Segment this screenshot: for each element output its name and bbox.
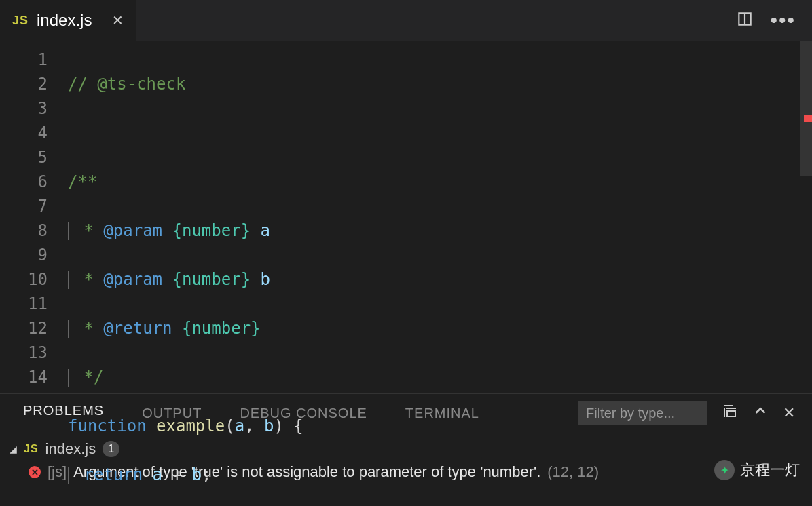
editor-tab-indexjs[interactable]: JS index.js ✕ <box>0 0 136 41</box>
line-number: 8 <box>0 218 68 243</box>
line-number: 11 <box>0 292 68 316</box>
error-icon: ✕ <box>29 466 41 478</box>
line-number: 5 <box>0 145 68 170</box>
code-editor[interactable]: 1 2 3 4 5 6 7 8 9 10 11 12 13 14 // @ts-… <box>0 41 812 393</box>
code-line: /** <box>68 172 97 191</box>
line-number: 1 <box>0 47 68 72</box>
ruler-error-marker[interactable] <box>804 115 812 122</box>
line-number: 14 <box>0 365 68 389</box>
watermark-text: 京程一灯 <box>740 460 800 480</box>
line-number: 2 <box>0 72 68 96</box>
tab-bar: JS index.js ✕ ••• <box>0 0 812 41</box>
twistie-icon[interactable]: ◢ <box>10 444 17 454</box>
code-line: // @ts-check <box>68 75 185 94</box>
line-number: 9 <box>0 243 68 267</box>
code-content[interactable]: // @ts-check /** * @param {number} a * @… <box>68 41 812 393</box>
problem-source: [js] <box>48 463 67 481</box>
line-number: 12 <box>0 316 68 340</box>
split-editor-icon[interactable] <box>736 10 754 31</box>
line-number: 3 <box>0 96 68 121</box>
line-number-gutter: 1 2 3 4 5 6 7 8 9 10 11 12 13 14 <box>0 41 68 393</box>
line-number: 13 <box>0 340 68 365</box>
overview-ruler[interactable] <box>800 41 812 393</box>
tab-filename: index.js <box>37 11 92 30</box>
watermark: ✦ 京程一灯 <box>714 460 800 480</box>
line-number: 7 <box>0 194 68 218</box>
line-number: 10 <box>0 267 68 292</box>
more-actions-icon[interactable]: ••• <box>770 10 796 31</box>
line-number: 6 <box>0 170 68 194</box>
line-number: 4 <box>0 121 68 145</box>
js-file-icon: JS <box>12 14 29 28</box>
tab-actions: ••• <box>736 0 812 41</box>
scrollbar-thumb[interactable] <box>800 41 812 176</box>
wechat-icon: ✦ <box>714 460 735 480</box>
close-tab-icon[interactable]: ✕ <box>112 12 124 28</box>
js-file-icon: JS <box>24 443 39 455</box>
